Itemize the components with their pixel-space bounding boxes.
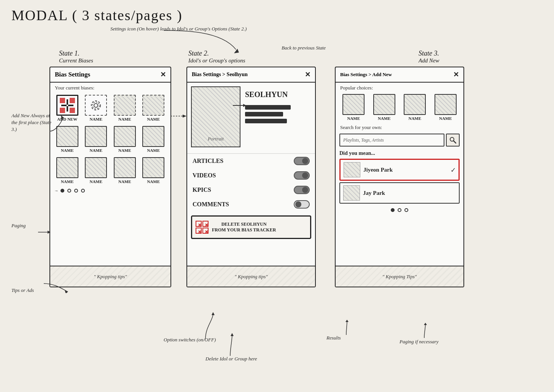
toggle-videos-switch[interactable]	[294, 171, 310, 180]
dot-4[interactable]	[81, 189, 85, 193]
toggle-kpics-label: KPICS	[193, 186, 211, 193]
state3-close-button[interactable]: ✕	[453, 70, 459, 79]
state3-dot-1[interactable]	[391, 208, 395, 212]
toggle-videos-label: VIDEOS	[193, 172, 216, 179]
toggles-section: ARTICLES VIDEOS KPICS COMMENTS	[187, 153, 315, 212]
state2-content: Portrait SEOLHYUN	[187, 83, 315, 151]
bias-thumb-6	[85, 126, 107, 147]
bias-item-5[interactable]: NAME	[54, 126, 81, 153]
popular-name-1: NAME	[347, 116, 360, 121]
state2-header: Bias Settings > Seolhyun ✕	[187, 67, 315, 83]
svg-marker-27	[212, 312, 215, 315]
svg-marker-32	[424, 323, 427, 325]
settings-item-label: NAME	[89, 117, 102, 121]
add-new-label: ADD NEW	[57, 117, 77, 121]
bias-item-8[interactable]: NAME	[140, 126, 167, 153]
popular-thumb-1	[342, 94, 365, 115]
state3-tips-text: " Kpopping Tips"	[382, 274, 417, 280]
state1-panel: Bias Settings ✕ Your current biases:	[49, 67, 171, 287]
toggle-kpics-switch[interactable]	[294, 186, 310, 194]
popular-thumb-2	[373, 94, 395, 115]
toggle-kpics: KPICS	[187, 183, 315, 197]
back-annotation: Back to previous State	[282, 45, 326, 51]
paging-necessary-annotation: Paging if necessary	[400, 339, 439, 345]
state2-tips-text: " Kpopping tips"	[234, 274, 267, 280]
bias-thumb-5	[56, 126, 78, 147]
add-new-thumb[interactable]	[56, 95, 78, 116]
bias-thumb-9	[56, 157, 78, 178]
search-icon	[449, 136, 457, 144]
bias-item-4[interactable]: NAME	[140, 95, 167, 121]
popular-item-4[interactable]: NAME	[431, 94, 460, 121]
toggle-articles: ARTICLES	[187, 154, 315, 168]
state2-top: Portrait SEOLHYUN	[191, 86, 311, 147]
bias-item-9[interactable]: NAME	[54, 157, 81, 184]
bias-item-settings[interactable]: NAME	[83, 95, 110, 121]
bias-name-8: NAME	[147, 148, 160, 153]
bias-thumb-3	[114, 95, 136, 116]
bias-name-3: NAME	[118, 117, 131, 121]
popular-name-2: NAME	[378, 116, 391, 121]
dot-1[interactable]	[60, 189, 64, 193]
svg-rect-2	[70, 98, 75, 103]
svg-line-30	[454, 141, 456, 143]
result-jay-thumb	[343, 185, 360, 201]
dot-3[interactable]	[74, 189, 78, 193]
svg-marker-34	[183, 115, 186, 118]
did-you-mean-label: Did you mean...	[336, 148, 463, 157]
result-jiyeon-name: Jiyeon Park	[363, 167, 393, 173]
dot-2[interactable]	[67, 189, 71, 193]
gear-icon	[90, 100, 102, 111]
idol-info: SEOLHYUN	[245, 86, 291, 123]
bias-item-10[interactable]: NAME	[83, 157, 110, 184]
delete-button[interactable]: DELETE SEOLHYUNFROM YOUR BIAS TRACKER	[191, 215, 311, 239]
bias-grid-row3: NAME NAME NAME NAME	[50, 155, 170, 186]
settings-thumb[interactable]	[85, 95, 107, 116]
search-button[interactable]	[446, 134, 460, 147]
idol-info-lines	[245, 105, 291, 123]
state1-close-button[interactable]: ✕	[160, 70, 166, 79]
state2-close-button[interactable]: ✕	[305, 70, 310, 79]
option-switches-annotation: Option switches (on/OFF)	[164, 337, 216, 343]
bias-item-6[interactable]: NAME	[83, 126, 110, 153]
info-line-1	[245, 105, 291, 110]
state3-dot-2[interactable]	[398, 208, 401, 212]
paging-annotation: Paging	[11, 223, 26, 229]
state2-label: State 2. Idol's or Group's options	[188, 49, 245, 64]
popular-name-3: NAME	[408, 116, 421, 121]
toggle-articles-switch[interactable]	[294, 157, 310, 165]
current-biases-label: Your current biases:	[50, 83, 170, 92]
delete-button-text: DELETE SEOLHYUNFROM YOUR BIAS TRACKER	[212, 221, 276, 233]
toggle-comments-switch[interactable]	[294, 200, 310, 209]
result-jay[interactable]: Jay Park	[339, 182, 460, 204]
result-jiyeon[interactable]: Jiyeon Park ✓	[339, 159, 460, 181]
state2-tips-bar: " Kpopping tips"	[187, 266, 315, 287]
bias-grid-row1: ADD NEW NAME NAME NAME	[50, 92, 170, 124]
arrow-paging: →	[54, 188, 58, 193]
add-new-icon	[60, 98, 75, 113]
portrait-area: Portrait	[191, 86, 240, 147]
search-row: Playlists, Tags, Artists	[336, 132, 463, 148]
result-jay-name: Jay Park	[363, 190, 385, 196]
popular-item-2[interactable]: NAME	[370, 94, 399, 121]
toggle-videos: VIDEOS	[187, 168, 315, 183]
search-input[interactable]: Playlists, Tags, Artists	[339, 134, 444, 147]
toggle-videos-knob	[302, 172, 308, 178]
popular-thumb-3	[404, 94, 426, 115]
state3-dot-3[interactable]	[404, 208, 408, 212]
bias-item-11[interactable]: NAME	[111, 157, 138, 184]
delete-annotation: Delete Idol or Group here	[205, 356, 257, 362]
bias-item-3[interactable]: NAME	[111, 95, 138, 121]
main-title: MODAL ( 3 states/pages )	[11, 7, 183, 24]
bias-item-add-new[interactable]: ADD NEW	[54, 95, 81, 121]
svg-marker-13	[65, 290, 68, 293]
popular-item-1[interactable]: NAME	[339, 94, 368, 121]
bias-thumb-8	[142, 126, 164, 147]
popular-grid: NAME NAME NAME NAME	[336, 92, 463, 122]
svg-point-9	[92, 102, 99, 109]
info-line-2	[245, 112, 283, 116]
bias-item-7[interactable]: NAME	[111, 126, 138, 153]
bias-item-12[interactable]: NAME	[140, 157, 167, 184]
checkmark-icon: ✓	[451, 165, 455, 175]
popular-item-3[interactable]: NAME	[401, 94, 429, 121]
